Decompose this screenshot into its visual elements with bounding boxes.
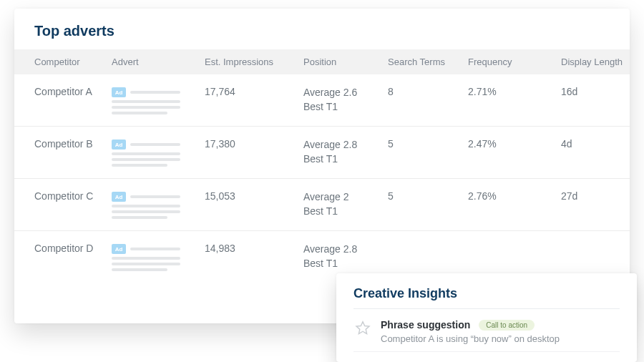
card-title: Top adverts: [14, 23, 630, 49]
cell-impressions: 17,764: [205, 86, 303, 97]
position-average: Average 2: [303, 190, 388, 205]
ad-placeholder-line: [130, 195, 180, 198]
ad-placeholder-line: [130, 248, 180, 250]
col-frequency[interactable]: Frequency: [468, 57, 561, 67]
ad-placeholder-line: [112, 158, 180, 161]
ad-placeholder-line: [112, 263, 180, 265]
col-impressions[interactable]: Est. Impressions: [205, 57, 303, 67]
cell-position: Average 2.8 Best T1: [303, 138, 388, 166]
cell-display-length: 16d: [561, 86, 630, 97]
insight-badge: Call to action: [479, 320, 535, 331]
insight-description: Competitor A is using “buy now” on deskt…: [381, 333, 620, 344]
cell-impressions: 14,983: [205, 243, 303, 254]
cell-impressions: 17,380: [205, 138, 303, 150]
ad-placeholder-line: [130, 91, 180, 94]
position-average: Average 2.6: [303, 86, 388, 100]
cell-competitor: Competitor B: [34, 138, 112, 150]
ad-placeholder-line: [112, 112, 167, 114]
advert-preview: Ad: [112, 138, 205, 167]
insight-body: Phrase suggestion Call to action Competi…: [381, 319, 620, 344]
ad-badge-icon: Ad: [112, 140, 126, 150]
cell-frequency: 2.76%: [468, 190, 561, 202]
ad-badge-icon: Ad: [112, 87, 126, 97]
cell-search-terms: 5: [388, 190, 468, 202]
cell-frequency: 2.71%: [468, 86, 561, 97]
cell-impressions: 15,053: [205, 190, 303, 202]
ad-placeholder-line: [130, 143, 180, 146]
col-display-length[interactable]: Display Length: [561, 57, 630, 67]
position-best: Best T1: [303, 152, 388, 167]
insights-title: Creative Insights: [353, 286, 620, 309]
position-best: Best T1: [303, 205, 388, 219]
ad-placeholder-line: [112, 210, 180, 213]
insight-name: Phrase suggestion: [381, 319, 470, 331]
table-header: Competitor Advert Est. Impressions Posit…: [14, 49, 630, 74]
ad-placeholder-line: [112, 100, 180, 103]
cell-position: Average 2.8 Best T1: [303, 243, 388, 270]
ad-placeholder-line: [112, 257, 180, 260]
cell-frequency: 2.47%: [468, 138, 561, 150]
cell-position: Average 2.6 Best T1: [303, 86, 388, 114]
cell-position: Average 2 Best T1: [303, 190, 388, 218]
position-average: Average 2.8: [303, 138, 388, 152]
ad-badge-icon: Ad: [112, 192, 126, 202]
position-average: Average 2.8: [303, 243, 388, 257]
col-competitor[interactable]: Competitor: [34, 57, 112, 67]
col-advert[interactable]: Advert: [112, 57, 205, 67]
advert-preview: Ad: [112, 190, 205, 219]
cell-search-terms: 5: [388, 138, 468, 150]
advert-preview: Ad: [112, 243, 205, 271]
position-best: Best T1: [303, 100, 388, 114]
star-icon[interactable]: [353, 319, 372, 341]
cell-competitor: Competitor D: [34, 243, 112, 254]
ad-placeholder-line: [112, 216, 167, 219]
ad-placeholder-line: [112, 152, 180, 155]
creative-insights-popover: Creative Insights Phrase suggestion Call…: [336, 273, 637, 362]
cell-display-length: 4d: [561, 138, 630, 150]
ad-placeholder-line: [112, 268, 167, 271]
cell-search-terms: 8: [388, 86, 468, 97]
cell-competitor: Competitor C: [34, 190, 112, 202]
table-row[interactable]: Competitor A Ad 17,764 Average 2.6 Best …: [14, 74, 630, 127]
col-position[interactable]: Position: [303, 57, 388, 67]
ad-badge-icon: Ad: [112, 244, 126, 254]
position-best: Best T1: [303, 257, 388, 271]
ad-placeholder-line: [112, 164, 167, 167]
ad-placeholder-line: [112, 106, 180, 109]
advert-preview: Ad: [112, 86, 205, 114]
ad-placeholder-line: [112, 205, 180, 207]
table-row[interactable]: Competitor C Ad 15,053 Average 2 Best T1…: [14, 179, 630, 231]
insight-item[interactable]: Phrase suggestion Call to action Competi…: [353, 309, 620, 352]
table-row[interactable]: Competitor B Ad 17,380 Average 2.8 Best …: [14, 127, 630, 179]
cell-competitor: Competitor A: [34, 86, 112, 97]
col-search-terms[interactable]: Search Terms: [388, 57, 468, 67]
cell-display-length: 27d: [561, 190, 630, 202]
